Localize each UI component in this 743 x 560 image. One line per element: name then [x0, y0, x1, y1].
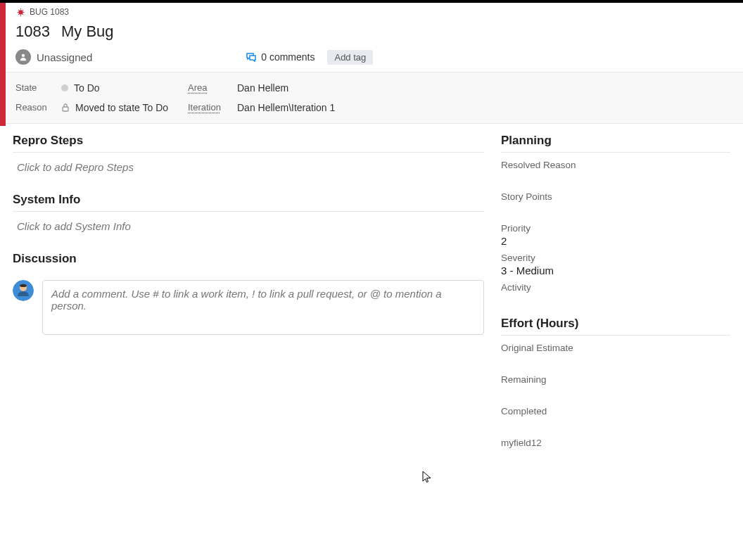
state-dot-icon	[61, 84, 68, 91]
svg-rect-2	[63, 107, 68, 111]
completed-label[interactable]: Completed	[501, 406, 730, 416]
work-item-title[interactable]: My Bug	[61, 23, 114, 41]
reason-value: Moved to state To Do	[75, 102, 168, 113]
iteration-label: Iteration	[188, 102, 237, 113]
severity-label: Severity	[501, 253, 730, 263]
original-estimate-label[interactable]: Original Estimate	[501, 343, 730, 353]
planning-section: Planning Resolved Reason Story Points Pr…	[501, 134, 730, 293]
avatar	[13, 280, 34, 301]
remaining-label[interactable]: Remaining	[501, 374, 730, 385]
discussion-section: Discussion Add a comment. Use # to link …	[13, 252, 484, 335]
assignee-picker[interactable]: Unassigned	[15, 49, 92, 65]
comments-count: 0 comments	[261, 51, 315, 63]
breadcrumb-label: BUG 1083	[30, 7, 69, 17]
severity-value[interactable]: 3 - Medium	[501, 265, 730, 276]
classification-panel: State To Do Area Dan Hellem Reason Moved…	[0, 72, 743, 124]
add-tag-button[interactable]: Add tag	[327, 50, 373, 65]
svg-point-0	[18, 10, 23, 15]
work-item-type-color-bar	[0, 3, 6, 126]
reason-label: Reason	[15, 102, 61, 113]
comments-link[interactable]: 0 comments	[246, 51, 315, 63]
system-info-input[interactable]: Click to add System Info	[13, 212, 484, 252]
work-item-header: BUG 1083 1083 My Bug Unassigned 0 commen…	[0, 3, 743, 72]
main-column: Repro Steps Click to add Repro Steps Sys…	[13, 134, 484, 472]
meta-row: Unassigned 0 comments Add tag	[15, 49, 743, 72]
work-item-id: 1083	[15, 23, 50, 41]
repro-steps-input[interactable]: Click to add Repro Steps	[13, 153, 484, 193]
custom-field-label[interactable]: myfield12	[501, 438, 730, 448]
state-value: To Do	[74, 82, 100, 94]
discussion-icon	[246, 51, 257, 63]
iteration-picker[interactable]: Dan Hellem\Iteration 1	[237, 102, 728, 113]
story-points-label[interactable]: Story Points	[501, 191, 730, 202]
state-picker[interactable]: To Do	[61, 82, 188, 94]
work-item-body: Repro Steps Click to add Repro Steps Sys…	[0, 124, 743, 472]
repro-steps-title: Repro Steps	[13, 134, 484, 153]
svg-point-1	[22, 54, 25, 57]
system-info-title: System Info	[13, 193, 484, 212]
discussion-row: Add a comment. Use # to link a work item…	[13, 280, 484, 335]
repro-steps-section: Repro Steps Click to add Repro Steps	[13, 134, 484, 193]
resolved-reason-label[interactable]: Resolved Reason	[501, 160, 730, 170]
assignee-label: Unassigned	[37, 51, 92, 63]
priority-label: Priority	[501, 223, 730, 234]
effort-section: Effort (Hours) Original Estimate Remaini…	[501, 317, 730, 448]
lock-icon	[61, 103, 70, 113]
effort-title: Effort (Hours)	[501, 317, 730, 336]
title-row: 1083 My Bug	[15, 23, 743, 41]
comment-input[interactable]: Add a comment. Use # to link a work item…	[42, 280, 484, 335]
person-icon	[15, 49, 31, 65]
side-column: Planning Resolved Reason Story Points Pr…	[501, 134, 730, 472]
discussion-title: Discussion	[13, 252, 484, 270]
reason-picker[interactable]: Moved to state To Do	[61, 102, 188, 113]
area-picker[interactable]: Dan Hellem	[237, 82, 728, 94]
priority-value[interactable]: 2	[501, 235, 730, 247]
activity-label[interactable]: Activity	[501, 282, 730, 293]
planning-title: Planning	[501, 134, 730, 153]
system-info-section: System Info Click to add System Info	[13, 193, 484, 252]
cursor-icon	[422, 471, 432, 483]
state-label: State	[15, 82, 61, 94]
area-label: Area	[188, 82, 237, 94]
breadcrumb[interactable]: BUG 1083	[15, 7, 743, 17]
bug-icon	[15, 7, 25, 17]
